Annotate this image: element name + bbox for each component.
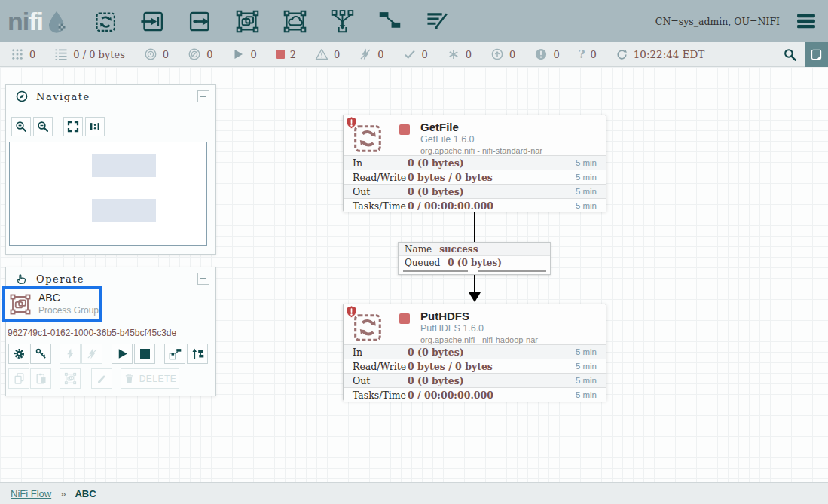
operate-collapse-button[interactable] <box>197 273 209 285</box>
disable-button[interactable] <box>81 344 102 364</box>
process-group-component[interactable] <box>234 6 261 36</box>
zoom-fit-button[interactable] <box>63 117 83 136</box>
nifi-drop-icon <box>44 10 69 34</box>
queued-count: 0 / 0 bytes <box>73 49 125 60</box>
disabled-count: 0 <box>377 49 383 60</box>
stat-row-tasks: Tasks/Time 0 / 00:00:00.000 5 min <box>344 198 606 212</box>
start-button[interactable] <box>112 344 133 364</box>
processor-name: PutHDFS <box>420 310 469 322</box>
stat-label: In <box>353 347 408 358</box>
sync-failure-status: ? 0 <box>579 47 597 61</box>
search-button[interactable] <box>775 42 805 67</box>
active-threads-count: 0 <box>29 49 35 60</box>
connection-name-value: success <box>439 244 478 255</box>
stat-value: 0 / 00:00:00.000 <box>408 389 493 401</box>
delete-button[interactable]: DELETE <box>121 368 179 389</box>
input-port-component[interactable] <box>139 6 166 36</box>
label-icon <box>425 9 450 34</box>
global-menu-button[interactable] <box>793 11 819 31</box>
connection-queued-label: Queued <box>405 258 440 268</box>
processor-puthdfs[interactable]: PutHDFS PutHDFS 1.6.0 org.apache.nifi - … <box>343 304 606 401</box>
logo-text-fi: fi <box>29 8 43 34</box>
remote-process-group-component[interactable] <box>281 6 308 36</box>
template-icon <box>377 9 402 34</box>
trash-icon <box>124 373 135 384</box>
stat-window: 5 min <box>576 187 597 196</box>
stopped-state-icon <box>399 313 410 324</box>
stop-icon <box>140 349 150 359</box>
navigate-collapse-button[interactable] <box>197 90 209 102</box>
connection-arrowhead <box>469 292 481 302</box>
processor-bundle: org.apache.nifi - nifi-standard-nar <box>420 146 542 155</box>
stopped-count: 2 <box>290 49 296 60</box>
stat-label: In <box>353 157 408 169</box>
queue-count-bar <box>403 270 468 272</box>
zoom-out-button[interactable] <box>33 117 53 136</box>
not-transmitting-count: 0 <box>206 49 212 60</box>
refresh-status: 10:22:44 EDT <box>616 48 705 61</box>
breadcrumb-root-link[interactable]: NiFi Flow <box>11 488 51 499</box>
stat-row-readwrite: Read/Write 0 bytes / 0 bytes 5 min <box>344 359 606 373</box>
stat-window: 5 min <box>576 173 597 182</box>
stat-value: 0 (0 bytes) <box>408 375 464 386</box>
sync-failure-count: 0 <box>590 49 596 60</box>
group-icon <box>64 372 77 385</box>
output-port-component[interactable] <box>186 6 213 36</box>
processor-component[interactable] <box>91 6 118 36</box>
group-button[interactable] <box>60 368 81 389</box>
stat-row-in: In 0 (0 bytes) 5 min <box>344 344 606 359</box>
disabled-icon <box>359 47 372 61</box>
transmitting-icon <box>144 47 157 61</box>
transmitting-status: 0 <box>144 47 169 61</box>
selected-component-type: Process Group <box>38 305 99 316</box>
zoom-in-button[interactable] <box>11 117 31 136</box>
stat-value: 0 / 00:00:00.000 <box>408 200 493 212</box>
stat-row-out: Out 0 (0 bytes) 5 min <box>344 373 606 387</box>
connection-name-row: Name success <box>399 243 550 256</box>
stale-count: 0 <box>509 49 515 60</box>
stat-value: 0 bytes / 0 bytes <box>408 172 493 183</box>
stat-window: 5 min <box>576 362 597 371</box>
running-icon <box>231 47 245 61</box>
funnel-component[interactable] <box>328 6 356 36</box>
change-color-button[interactable] <box>91 368 112 389</box>
birdseye-view[interactable] <box>9 142 207 246</box>
invalid-status: 0 <box>315 47 340 61</box>
disabled-status: 0 <box>359 47 383 61</box>
zoom-actual-size-button[interactable] <box>85 117 105 136</box>
key-icon <box>35 347 47 360</box>
bulletin-panel-toggle-button[interactable] <box>805 42 828 67</box>
queued-status: 0 / 0 bytes <box>54 47 125 61</box>
stale-icon <box>490 47 504 61</box>
up-to-date-status: 0 <box>403 47 428 61</box>
connection-label[interactable]: Name success Queued 0 (0 bytes) <box>398 242 551 275</box>
flow-canvas[interactable]: Navigate Operate <box>0 67 828 482</box>
stat-window: 5 min <box>576 201 597 210</box>
template-component[interactable] <box>376 6 403 36</box>
connection-percent-bars <box>399 270 550 273</box>
stop-button[interactable] <box>134 344 155 364</box>
top-toolbar: nifi CN=sys_admin, OU=NIFI <box>0 0 828 42</box>
breadcrumb: NiFi Flow » ABC <box>0 482 828 504</box>
label-component[interactable] <box>423 6 451 36</box>
locally-modified-icon <box>447 47 460 61</box>
breadcrumb-current: ABC <box>75 488 96 499</box>
upload-template-button[interactable] <box>164 344 185 364</box>
processor-stats: In 0 (0 bytes) 5 min Read/Write 0 bytes … <box>344 344 606 402</box>
operate-selected-component[interactable]: ABC Process Group <box>2 286 102 322</box>
invalid-icon <box>315 47 328 61</box>
enable-button[interactable] <box>60 344 81 364</box>
birdseye-processor-2 <box>92 199 156 222</box>
create-template-button[interactable] <box>187 344 208 364</box>
stat-label: Out <box>353 375 408 386</box>
stat-label: Tasks/Time <box>353 389 408 401</box>
processor-getfile[interactable]: GetFile GetFile 1.6.0 org.apache.nifi - … <box>343 115 606 212</box>
running-count: 0 <box>250 49 256 60</box>
access-policies-button[interactable] <box>30 344 51 364</box>
process-group-icon <box>235 9 260 34</box>
configuration-button[interactable] <box>8 344 29 364</box>
copy-button[interactable] <box>8 368 29 389</box>
panel-toggle-icon <box>810 48 823 61</box>
paste-button[interactable] <box>30 368 51 389</box>
refresh-icon[interactable] <box>616 48 628 61</box>
